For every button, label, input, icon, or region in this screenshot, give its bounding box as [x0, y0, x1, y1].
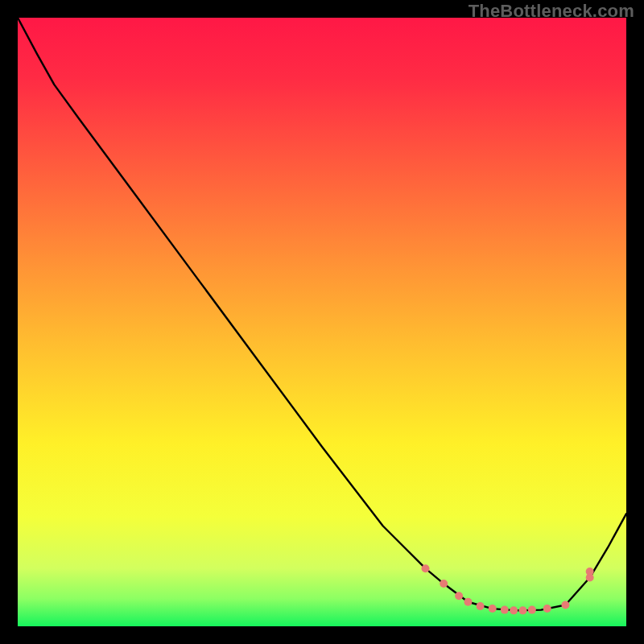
- marker-dot: [489, 605, 497, 613]
- chart-stage: TheBottleneck.com: [0, 0, 644, 644]
- marker-dot: [440, 580, 448, 588]
- marker-dot: [464, 598, 472, 606]
- marker-dot: [561, 601, 569, 609]
- marker-dot: [518, 606, 526, 614]
- chart-svg: [0, 0, 644, 644]
- marker-dot: [477, 602, 485, 610]
- marker-dot: [510, 606, 518, 614]
- marker-dot: [586, 568, 594, 576]
- marker-dot: [455, 592, 463, 600]
- watermark-label: TheBottleneck.com: [469, 1, 634, 22]
- marker-dot: [501, 606, 509, 614]
- marker-dot: [422, 564, 430, 572]
- marker-dot: [528, 606, 536, 614]
- marker-dot: [543, 605, 551, 613]
- plot-background: [18, 18, 626, 626]
